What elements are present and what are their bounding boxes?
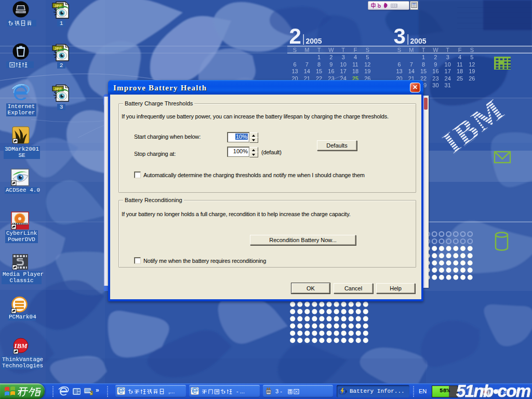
svg-text:3: 3 — [342, 54, 345, 60]
svg-text:12: 12 — [469, 61, 475, 68]
svg-text:S: S — [293, 47, 297, 53]
svg-text:19: 19 — [364, 68, 370, 74]
svg-text:23: 23 — [432, 75, 438, 82]
svg-text:12: 12 — [364, 61, 370, 68]
svg-text:2: 2 — [329, 54, 332, 60]
svg-text:31: 31 — [445, 82, 451, 88]
svg-text:S: S — [397, 47, 401, 53]
svg-text:18: 18 — [457, 68, 463, 74]
svg-text:13: 13 — [291, 68, 298, 74]
svg-text:13: 13 — [396, 68, 402, 74]
svg-text:4: 4 — [354, 54, 357, 60]
svg-text:5: 5 — [366, 54, 369, 60]
svg-text:11: 11 — [352, 61, 358, 68]
svg-text:T: T — [446, 47, 449, 53]
svg-text:18: 18 — [352, 68, 358, 74]
svg-text:10: 10 — [340, 61, 347, 68]
svg-text:14: 14 — [304, 68, 310, 74]
svg-text:4: 4 — [458, 54, 461, 60]
svg-text:26: 26 — [469, 75, 475, 82]
svg-text:S: S — [470, 47, 474, 53]
svg-text:2005: 2005 — [410, 37, 427, 45]
svg-text:8: 8 — [317, 61, 321, 68]
svg-text:3: 3 — [394, 24, 406, 48]
svg-text:24: 24 — [445, 75, 451, 82]
svg-text:14: 14 — [408, 68, 415, 74]
svg-text:T: T — [317, 47, 321, 53]
svg-text:30: 30 — [432, 82, 438, 88]
svg-text:T: T — [422, 47, 425, 53]
svg-text:10: 10 — [445, 61, 451, 68]
svg-text:25: 25 — [457, 75, 463, 82]
svg-text:2: 2 — [434, 54, 437, 60]
svg-text:15: 15 — [316, 68, 322, 74]
svg-text:11: 11 — [457, 61, 462, 68]
svg-text:8: 8 — [422, 61, 425, 68]
svg-text:9: 9 — [434, 61, 437, 68]
svg-text:IBM: IBM — [14, 342, 28, 350]
svg-text:W: W — [433, 47, 438, 53]
svg-text:1: 1 — [317, 54, 321, 60]
svg-text:M: M — [304, 47, 309, 53]
svg-text:17: 17 — [340, 68, 347, 74]
svg-text:3: 3 — [446, 54, 449, 60]
svg-text:1: 1 — [422, 54, 425, 60]
svg-text:9: 9 — [329, 61, 332, 68]
svg-text:7: 7 — [305, 61, 309, 68]
svg-text:19: 19 — [469, 68, 475, 74]
svg-text:S: S — [366, 47, 369, 53]
svg-text:17: 17 — [445, 68, 451, 74]
svg-text:15: 15 — [420, 68, 427, 74]
svg-text:W: W — [328, 47, 334, 53]
svg-text:5: 5 — [470, 54, 473, 60]
svg-text:2005: 2005 — [306, 37, 322, 45]
svg-text:16: 16 — [432, 68, 438, 74]
svg-text:F: F — [458, 47, 462, 53]
svg-text:7: 7 — [410, 61, 413, 68]
svg-text:M: M — [409, 47, 414, 53]
svg-text:6: 6 — [293, 61, 296, 68]
svg-text:6: 6 — [397, 61, 401, 68]
svg-text:2: 2 — [289, 24, 301, 48]
svg-text:T: T — [341, 47, 345, 53]
svg-text:16: 16 — [328, 68, 334, 74]
svg-text:F: F — [354, 47, 357, 53]
